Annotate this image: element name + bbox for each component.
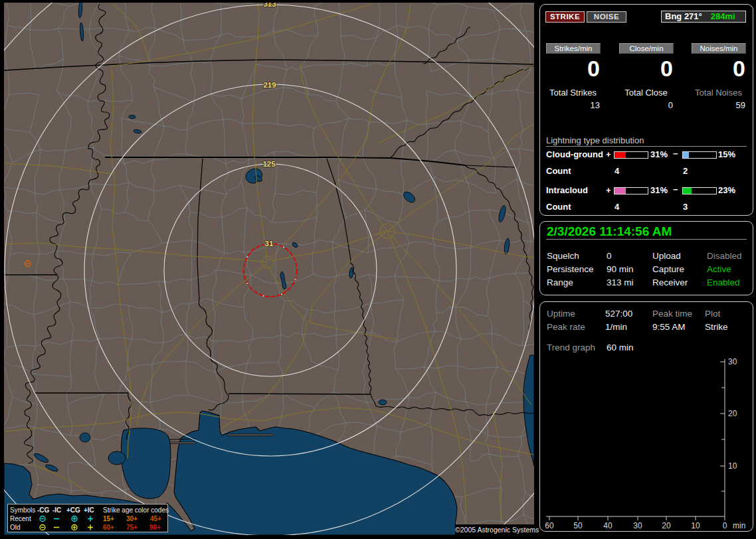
svg-text:20: 20 xyxy=(728,409,737,418)
svg-text:60: 60 xyxy=(545,521,554,530)
svg-text:30: 30 xyxy=(633,521,642,530)
svg-text:40: 40 xyxy=(603,521,613,530)
svg-text:125: 125 xyxy=(262,160,276,168)
svg-text:30: 30 xyxy=(728,357,737,366)
svg-text:min: min xyxy=(733,521,745,530)
svg-text:50: 50 xyxy=(573,521,583,530)
svg-text:10: 10 xyxy=(691,521,700,530)
svg-text:219: 219 xyxy=(263,81,276,89)
svg-text:0: 0 xyxy=(723,521,727,530)
svg-text:10: 10 xyxy=(728,461,737,471)
svg-text:313: 313 xyxy=(263,0,276,8)
svg-text:31: 31 xyxy=(265,240,274,248)
svg-text:20: 20 xyxy=(662,521,671,530)
